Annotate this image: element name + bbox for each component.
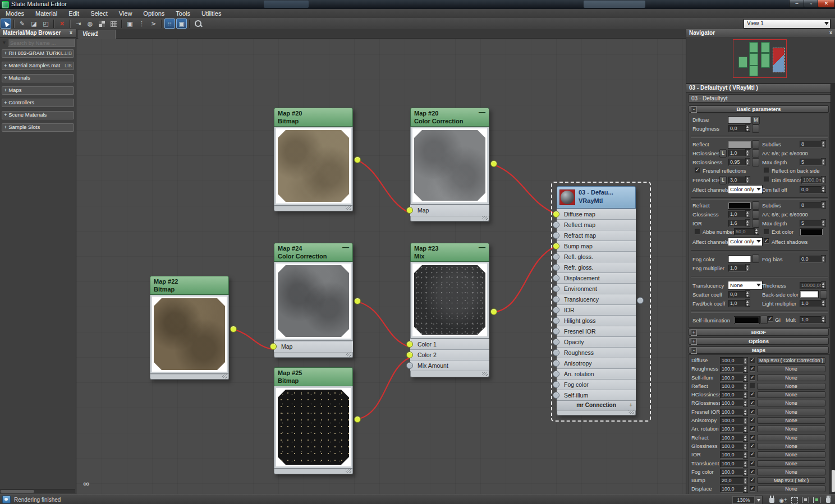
- input-slot-map[interactable]: Map: [410, 205, 489, 216]
- input-socket[interactable]: [406, 341, 413, 348]
- glossiness-spinner[interactable]: [745, 210, 750, 218]
- map-amount-field[interactable]: 20,0: [720, 477, 744, 484]
- close-icon[interactable]: x: [68, 30, 74, 36]
- refract-maxdepth-spinner[interactable]: [821, 219, 826, 226]
- map-amount-spinner[interactable]: [743, 383, 748, 390]
- menu-item[interactable]: Material: [30, 10, 63, 17]
- fwdbck-coeff-field[interactable]: 1,0: [728, 300, 747, 307]
- material-id-channel-icon[interactable]: ⁝⁝: [164, 19, 175, 29]
- ior-field[interactable]: 1,6: [728, 220, 747, 227]
- texture-preview[interactable]: [414, 130, 485, 201]
- layout-all-icon[interactable]: ⋮: [136, 19, 147, 29]
- gi-checkbox[interactable]: [768, 316, 773, 322]
- browser-list-item[interactable]: + Material Samples.mat LIB: [2, 62, 74, 70]
- filter-funnel-icon[interactable]: ▼: [2, 40, 7, 45]
- map-slot-button[interactable]: None: [757, 400, 825, 406]
- ior-map-button[interactable]: [752, 219, 759, 228]
- map-amount-field[interactable]: 100,0: [720, 383, 744, 390]
- node-header[interactable]: 03 - Defau... VRayMtl —: [557, 186, 636, 209]
- maxdepth-spinner[interactable]: [821, 158, 826, 165]
- map-enable-checkbox[interactable]: [750, 469, 755, 475]
- reflect-backside-checkbox[interactable]: [764, 168, 769, 173]
- map-amount-spinner[interactable]: [743, 391, 748, 399]
- map-amount-field[interactable]: 100,0: [720, 460, 744, 468]
- map-enable-checkbox[interactable]: [750, 461, 755, 466]
- light-multiplier-field[interactable]: 1,0: [800, 300, 823, 307]
- map-amount-field[interactable]: 100,0: [720, 451, 744, 459]
- diffuse-map-button[interactable]: M: [752, 116, 760, 124]
- map-amount-spinner[interactable]: [743, 434, 748, 442]
- scatter-coeff-field[interactable]: 0,0: [728, 291, 747, 298]
- dim-distance-spinner[interactable]: [821, 176, 826, 183]
- map-amount-field[interactable]: 100,0: [720, 426, 744, 433]
- texture-preview[interactable]: [278, 390, 349, 465]
- glossiness-map-button[interactable]: [752, 210, 759, 219]
- dim-distance-checkbox[interactable]: [764, 177, 769, 182]
- node-map24-color-correction[interactable]: Map #24 Color Correction — Map: [274, 243, 353, 358]
- browser-list-item[interactable]: + Scene Materials: [2, 111, 74, 119]
- map-enable-checkbox[interactable]: [750, 435, 755, 441]
- menu-item[interactable]: View: [113, 10, 138, 17]
- node-header[interactable]: Map #22 Bitmap: [150, 276, 229, 295]
- map-amount-spinner[interactable]: [743, 400, 748, 407]
- output-socket[interactable]: [637, 297, 644, 304]
- render-preview-icon[interactable]: ▣: [125, 19, 135, 29]
- map-slot-button[interactable]: None: [757, 409, 825, 415]
- map-slot-button[interactable]: Map #20 ( Color Correction ): [757, 357, 825, 364]
- zoom-extents-icon[interactable]: [801, 496, 810, 504]
- menu-item[interactable]: Options: [137, 10, 170, 17]
- scatter-coeff-spinner[interactable]: [745, 290, 750, 298]
- map-enable-checkbox[interactable]: [750, 375, 755, 381]
- input-slot[interactable]: Color 2: [410, 349, 489, 360]
- fresnel-reflections-checkbox[interactable]: [695, 168, 700, 173]
- texture-preview[interactable]: [154, 298, 225, 370]
- map-slot-button[interactable]: None: [757, 383, 825, 390]
- input-socket[interactable]: [553, 253, 559, 260]
- input-slot[interactable]: Mix Amount: [410, 360, 489, 371]
- map-amount-field[interactable]: 100,0: [720, 391, 744, 399]
- affect-channels-combo[interactable]: Color only: [728, 185, 763, 194]
- map-enable-checkbox[interactable]: [750, 443, 755, 449]
- diffuse-color-swatch[interactable]: [728, 116, 751, 124]
- expand-icon[interactable]: +: [691, 330, 697, 336]
- dim-falloff-spinner[interactable]: [821, 186, 826, 193]
- input-socket[interactable]: [270, 343, 277, 350]
- node-header[interactable]: Map #20 Bitmap: [274, 108, 353, 127]
- zoom-region-icon[interactable]: [790, 496, 799, 504]
- zoom-level-combo[interactable]: 130%: [732, 496, 755, 504]
- output-socket[interactable]: [490, 160, 497, 167]
- layout-children-icon[interactable]: ⋗: [148, 19, 159, 29]
- exit-color-checkbox[interactable]: [764, 229, 769, 234]
- texture-preview[interactable]: [414, 265, 485, 335]
- refract-maxdepth-field[interactable]: 5: [800, 220, 823, 227]
- minimize-button[interactable]: –: [789, 0, 805, 8]
- input-socket[interactable]: [553, 243, 559, 249]
- input-socket[interactable]: [553, 317, 559, 324]
- thickness-spinner[interactable]: [821, 281, 826, 289]
- show-background-icon[interactable]: [97, 19, 107, 29]
- delete-selected-icon[interactable]: ✕: [57, 19, 67, 29]
- input-socket[interactable]: [553, 360, 559, 367]
- roughness-spinner[interactable]: [745, 124, 750, 132]
- expand-icon[interactable]: +: [691, 339, 697, 345]
- input-slot[interactable]: IOR: [557, 304, 636, 315]
- map-amount-field[interactable]: 100,0: [720, 443, 744, 450]
- map-slot-button[interactable]: None: [757, 391, 825, 398]
- refract-map-button[interactable]: [752, 201, 759, 210]
- input-socket[interactable]: [553, 371, 559, 377]
- fog-color-map-button[interactable]: [752, 255, 759, 263]
- node-header[interactable]: Map #25 Bitmap: [274, 367, 353, 386]
- maximize-button[interactable]: ▫: [804, 0, 819, 8]
- menu-item[interactable]: Modes: [0, 10, 30, 17]
- close-icon[interactable]: x: [828, 30, 834, 36]
- input-slot[interactable]: Displacement: [557, 272, 636, 283]
- hglossiness-lock-button[interactable]: L: [719, 149, 727, 158]
- map-amount-spinner[interactable]: [743, 417, 748, 424]
- input-slot[interactable]: Translucency: [557, 294, 636, 304]
- hglossiness-spinner[interactable]: [745, 149, 750, 156]
- node-footer-resize[interactable]: [274, 206, 353, 211]
- map-enable-checkbox[interactable]: [750, 366, 755, 372]
- pan-to-selection-icon[interactable]: [823, 496, 833, 504]
- node-header[interactable]: Map #20 Color Correction —: [410, 108, 489, 127]
- chevron-down-icon[interactable]: [755, 496, 763, 504]
